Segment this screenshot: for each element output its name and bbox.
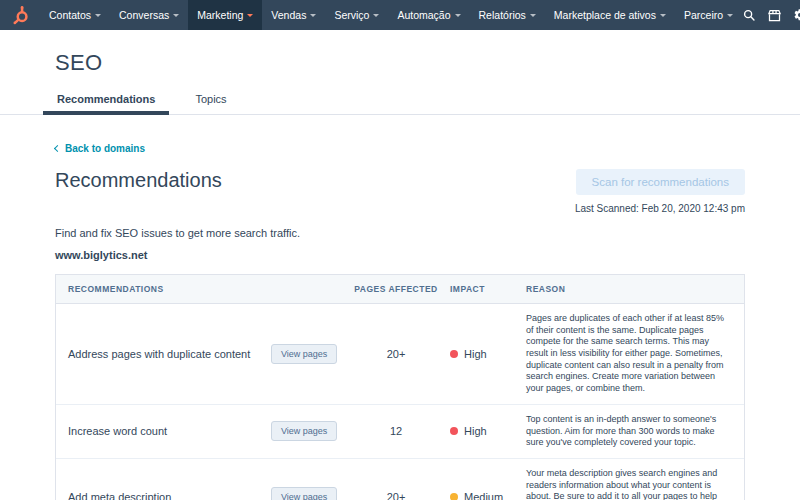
pages-affected-value: 12: [346, 425, 446, 437]
table-header-row: RECOMMENDATIONS PAGES AFFECTED IMPACT RE…: [56, 275, 744, 304]
column-header-pages-affected: PAGES AFFECTED: [346, 275, 446, 303]
column-header-recommendations: RECOMMENDATIONS: [56, 275, 271, 303]
nav-item-label: Marketplace de ativos: [554, 9, 656, 21]
nav-item-marketing[interactable]: Marketing: [188, 0, 262, 30]
table-row: Increase word count View pages 12 High T…: [56, 404, 744, 458]
tab-recommendations[interactable]: Recommendations: [55, 89, 157, 114]
main-content: Back to domains Recommendations Scan for…: [0, 115, 800, 261]
pages-affected-value: 20+: [346, 491, 446, 500]
nav-item-label: Conversas: [119, 9, 169, 21]
reason-text: Pages are duplicates of each other if at…: [521, 311, 744, 397]
tab-topics[interactable]: Topics: [193, 89, 228, 114]
impact-cell: High: [446, 348, 521, 360]
back-to-domains-link[interactable]: Back to domains: [55, 143, 145, 154]
marketplace-icon[interactable]: [767, 8, 782, 23]
nav-item-label: Serviço: [334, 9, 369, 21]
chevron-down-icon: [455, 14, 461, 17]
impact-dot-icon: [450, 493, 458, 500]
impact-label: High: [464, 425, 487, 437]
tab-label: Topics: [195, 93, 226, 105]
nav-item-marketplace-de-ativos[interactable]: Marketplace de ativos: [545, 0, 675, 30]
nav-item-parceiro[interactable]: Parceiro: [675, 0, 742, 30]
nav-utilities: biglytics.net: [742, 6, 800, 24]
column-header-reason: REASON: [521, 275, 744, 303]
scan-for-recommendations-button[interactable]: Scan for recommendations: [576, 169, 745, 195]
chevron-down-icon: [373, 14, 379, 17]
view-pages-button[interactable]: View pages: [271, 344, 337, 364]
view-pages-button[interactable]: View pages: [271, 487, 337, 500]
recommendation-name: Add meta description: [56, 491, 271, 500]
chevron-down-icon: [173, 14, 179, 17]
nav-item-contatos[interactable]: Contatos: [40, 0, 110, 30]
nav-item-label: Contatos: [49, 9, 91, 21]
table-row: Address pages with duplicate content Vie…: [56, 304, 744, 404]
recommendation-name: Address pages with duplicate content: [56, 348, 271, 360]
search-icon[interactable]: [742, 8, 756, 22]
view-pages-button[interactable]: View pages: [271, 421, 337, 441]
top-navigation: Contatos Conversas Marketing Vendas Serv…: [0, 0, 800, 30]
nav-item-label: Parceiro: [684, 9, 723, 21]
tabs-bar: Recommendations Topics: [0, 89, 800, 115]
nav-item-conversas[interactable]: Conversas: [110, 0, 188, 30]
page-title: SEO: [55, 50, 745, 76]
last-scanned-text: Last Scanned: Feb 20, 2020 12:43 pm: [575, 203, 745, 214]
impact-dot-icon: [450, 350, 458, 358]
impact-cell: Medium: [446, 491, 521, 500]
nav-item-vendas[interactable]: Vendas: [262, 0, 325, 30]
nav-item-label: Marketing: [197, 9, 243, 21]
chevron-down-icon: [95, 14, 101, 17]
back-link-label: Back to domains: [65, 143, 145, 154]
table-row: Add meta description View pages 20+ Medi…: [56, 458, 744, 500]
nav-item-servico[interactable]: Serviço: [325, 0, 388, 30]
chevron-down-icon: [530, 14, 536, 17]
impact-label: High: [464, 348, 487, 360]
hubspot-logo-icon[interactable]: [10, 5, 30, 25]
table-body: Address pages with duplicate content Vie…: [56, 304, 744, 500]
gear-icon[interactable]: [793, 8, 800, 22]
chevron-down-icon: [660, 14, 666, 17]
section-subtitle: Find and fix SEO issues to get more sear…: [55, 227, 745, 239]
column-header-spacer: [271, 280, 346, 298]
chevron-down-icon: [247, 14, 253, 17]
chevron-down-icon: [310, 14, 316, 17]
page-header: SEO: [0, 30, 800, 76]
domain-name: www.biglytics.net: [55, 249, 745, 261]
section-heading: Recommendations: [55, 169, 222, 192]
impact-cell: High: [446, 425, 521, 437]
recommendation-name: Increase word count: [56, 425, 271, 437]
recommendations-table: RECOMMENDATIONS PAGES AFFECTED IMPACT RE…: [55, 274, 745, 500]
nav-item-automacao[interactable]: Automação: [388, 0, 469, 30]
chevron-down-icon: [727, 14, 733, 17]
nav-item-label: Vendas: [271, 9, 306, 21]
impact-label: Medium: [464, 491, 503, 500]
chevron-left-icon: [54, 145, 61, 152]
tab-label: Recommendations: [57, 93, 155, 105]
reason-text: Top content is an in-depth answer to som…: [521, 412, 744, 451]
pages-affected-value: 20+: [346, 348, 446, 360]
nav-item-label: Automação: [397, 9, 450, 21]
impact-dot-icon: [450, 427, 458, 435]
column-header-impact: IMPACT: [446, 275, 521, 303]
nav-item-relatorios[interactable]: Relatórios: [470, 0, 545, 30]
reason-text: Your meta description gives search engin…: [521, 466, 744, 500]
nav-item-label: Relatórios: [479, 9, 526, 21]
